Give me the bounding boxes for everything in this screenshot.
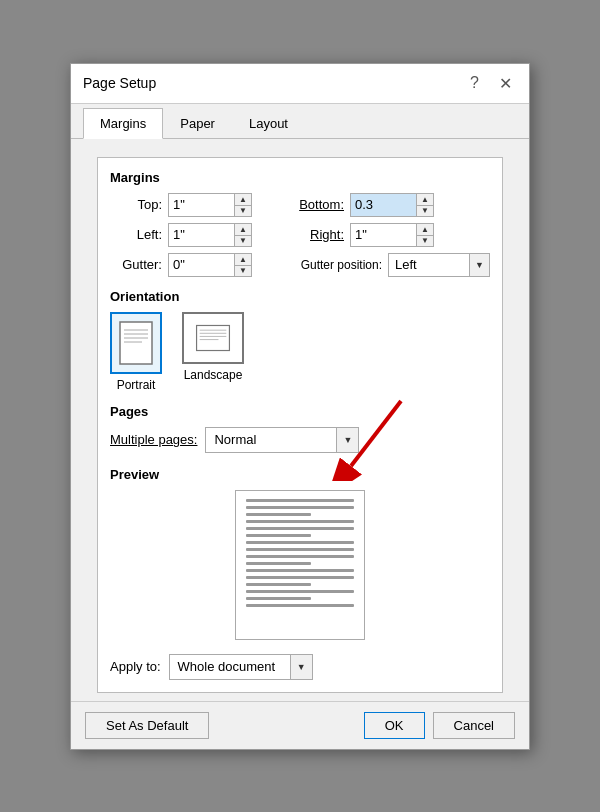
multiple-pages-label: Multiple pages:	[110, 432, 197, 447]
left-label: Left:	[110, 227, 162, 242]
apply-to-dropdown-btn[interactable]: ▼	[290, 655, 312, 679]
preview-line-14	[246, 590, 354, 593]
preview-line-1	[246, 499, 354, 502]
svg-rect-0	[120, 322, 152, 364]
help-button[interactable]: ?	[465, 72, 484, 94]
preview-line-4	[246, 520, 354, 523]
gutter-position-field-row: Gutter position: Left ▼	[292, 253, 490, 277]
apply-to-row: Apply to: Whole document ▼	[110, 654, 490, 680]
right-input[interactable]	[351, 224, 416, 246]
preview-line-5	[246, 527, 354, 530]
portrait-label: Portrait	[117, 378, 156, 392]
bottom-decrement-btn[interactable]: ▼	[417, 205, 433, 216]
multiple-pages-dropdown-btn[interactable]: ▼	[336, 428, 358, 452]
left-increment-btn[interactable]: ▲	[235, 224, 251, 235]
svg-rect-5	[197, 325, 230, 350]
preview-line-8	[246, 548, 354, 551]
gutter-decrement-btn[interactable]: ▼	[235, 265, 251, 276]
landscape-label: Landscape	[184, 368, 243, 382]
pages-section-label: Pages	[110, 404, 490, 419]
dialog-footer: Set As Default OK Cancel	[71, 701, 529, 749]
preview-line-6	[246, 534, 311, 537]
left-spinner-btns: ▲ ▼	[234, 224, 251, 246]
multiple-pages-dropdown: Normal ▼	[205, 427, 359, 453]
gutter-spinner-btns: ▲ ▼	[234, 254, 251, 276]
pages-row: Multiple pages: Normal ▼	[110, 427, 490, 453]
preview-line-9	[246, 555, 354, 558]
right-field-row: Right: ▲ ▼	[292, 223, 490, 247]
gutter-increment-btn[interactable]: ▲	[235, 254, 251, 265]
right-decrement-btn[interactable]: ▼	[417, 235, 433, 246]
preview-section: Preview	[110, 467, 490, 640]
bottom-input[interactable]	[351, 194, 416, 216]
right-label: Right:	[292, 227, 344, 242]
orientation-section-label: Orientation	[110, 289, 490, 304]
preview-line-12	[246, 576, 354, 579]
landscape-icon	[182, 312, 244, 364]
left-field-row: Left: ▲ ▼	[110, 223, 272, 247]
tab-content: Margins Top: ▲ ▼	[97, 157, 503, 693]
portrait-svg	[118, 320, 154, 366]
title-bar-controls: ? ✕	[465, 72, 517, 95]
orientation-section: Orientation Port	[110, 289, 490, 392]
portrait-option[interactable]: Portrait	[110, 312, 162, 392]
preview-line-13	[246, 583, 311, 586]
gutter-input[interactable]	[169, 254, 234, 276]
apply-to-dropdown: Whole document ▼	[169, 654, 313, 680]
tab-margins[interactable]: Margins	[83, 108, 163, 139]
margins-section-label: Margins	[110, 170, 490, 185]
close-button[interactable]: ✕	[494, 72, 517, 95]
top-field-row: Top: ▲ ▼	[110, 193, 272, 217]
left-input[interactable]	[169, 224, 234, 246]
apply-to-value: Whole document	[170, 655, 290, 679]
top-spinner: ▲ ▼	[168, 193, 252, 217]
preview-line-10	[246, 562, 311, 565]
bottom-spinner: ▲ ▼	[350, 193, 434, 217]
tab-paper[interactable]: Paper	[163, 108, 232, 138]
bottom-increment-btn[interactable]: ▲	[417, 194, 433, 205]
tab-bar: Margins Paper Layout	[71, 104, 529, 139]
portrait-icon	[110, 312, 162, 374]
pages-section: Pages Multiple pages: Normal ▼	[110, 404, 490, 453]
right-increment-btn[interactable]: ▲	[417, 224, 433, 235]
right-spinner: ▲ ▼	[350, 223, 434, 247]
ok-button[interactable]: OK	[364, 712, 425, 739]
top-decrement-btn[interactable]: ▼	[235, 205, 251, 216]
tab-layout[interactable]: Layout	[232, 108, 305, 138]
orientation-options: Portrait Lands	[110, 312, 490, 392]
landscape-option[interactable]: Landscape	[182, 312, 244, 382]
cancel-button[interactable]: Cancel	[433, 712, 515, 739]
left-decrement-btn[interactable]: ▼	[235, 235, 251, 246]
preview-line-15	[246, 597, 311, 600]
bottom-spinner-btns: ▲ ▼	[416, 194, 433, 216]
margins-grid: Top: ▲ ▼ Left:	[110, 193, 490, 277]
gutter-position-dropdown-btn[interactable]: ▼	[469, 254, 489, 276]
gutter-position-value: Left	[389, 254, 469, 276]
preview-section-label: Preview	[110, 467, 490, 482]
multiple-pages-value: Normal	[206, 428, 336, 452]
preview-box	[235, 490, 365, 640]
footer-right-buttons: OK Cancel	[364, 712, 515, 739]
bottom-label: Bottom:	[292, 197, 344, 212]
preview-line-11	[246, 569, 354, 572]
gutter-label: Gutter:	[110, 257, 162, 272]
page-setup-dialog: Page Setup ? ✕ Margins Paper Layout Marg…	[70, 63, 530, 750]
top-increment-btn[interactable]: ▲	[235, 194, 251, 205]
bottom-field-row: Bottom: ▲ ▼	[292, 193, 490, 217]
title-bar: Page Setup ? ✕	[71, 64, 529, 104]
margins-right-col: Bottom: ▲ ▼ Right:	[292, 193, 490, 277]
gutter-position-label: Gutter position:	[292, 258, 382, 272]
gutter-spinner: ▲ ▼	[168, 253, 252, 277]
preview-line-7	[246, 541, 354, 544]
gutter-position-dropdown: Left ▼	[388, 253, 490, 277]
preview-line-2	[246, 506, 354, 509]
set-as-default-button[interactable]: Set As Default	[85, 712, 209, 739]
preview-line-3	[246, 513, 311, 516]
top-label: Top:	[110, 197, 162, 212]
gutter-field-row: Gutter: ▲ ▼	[110, 253, 272, 277]
top-input[interactable]	[169, 194, 234, 216]
left-spinner: ▲ ▼	[168, 223, 252, 247]
preview-line-16	[246, 604, 354, 607]
margins-left-col: Top: ▲ ▼ Left:	[110, 193, 272, 277]
landscape-svg	[195, 315, 231, 361]
